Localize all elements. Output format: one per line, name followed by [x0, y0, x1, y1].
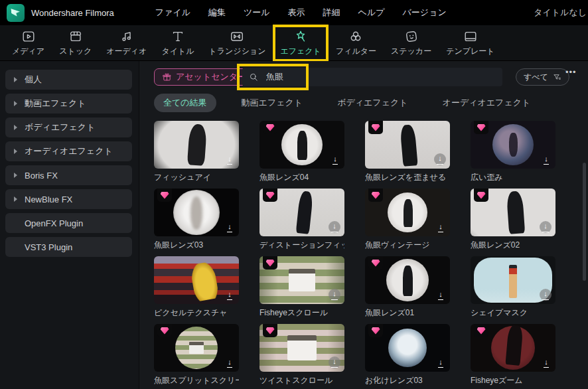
menu-tools[interactable]: ツール [244, 7, 270, 19]
menu-edit[interactable]: 編集 [208, 7, 226, 19]
premium-diamond-icon [474, 324, 488, 337]
tab-transition[interactable]: トランジション [204, 27, 271, 60]
effect-thumbnail[interactable] [259, 121, 344, 169]
download-icon[interactable] [540, 289, 551, 301]
effect-thumbnail[interactable] [365, 121, 450, 169]
tab-filter[interactable]: フィルター [331, 27, 382, 60]
effect-card[interactable]: お化けレンズ03 [365, 324, 450, 388]
download-icon[interactable] [330, 155, 340, 165]
effect-label: 魚眼レンズ02 [471, 240, 555, 251]
sidebar-item-personal[interactable]: 個人 [5, 70, 132, 90]
effect-label: フィッシュアイ [154, 172, 239, 183]
menu-file[interactable]: ファイル [155, 7, 190, 19]
effect-card[interactable]: 魚眼レンズ02 [471, 189, 555, 252]
effect-thumbnail[interactable] [154, 189, 239, 236]
download-icon[interactable] [329, 356, 340, 368]
effect-card[interactable]: Fisheyeスクロール [259, 256, 344, 320]
sidebar-item-audio-effects[interactable]: オーディオエフェクト [5, 141, 132, 161]
sidebar-item-vst3-plugin[interactable]: VST3 Plugin [5, 237, 132, 257]
result-tab-audio-effects[interactable]: オーディオエフェクト [433, 94, 540, 112]
effect-card[interactable]: フィッシュアイ [154, 121, 239, 185]
tab-media[interactable]: メディア [7, 27, 50, 60]
search-box[interactable] [242, 68, 502, 86]
effect-thumbnail[interactable] [471, 256, 555, 304]
download-icon[interactable] [329, 289, 340, 301]
tab-stock[interactable]: ストック [54, 27, 97, 60]
effect-card[interactable]: Fisheyeズーム [471, 324, 555, 388]
effect-thumbnail[interactable] [365, 189, 450, 236]
effect-thumbnail[interactable] [365, 324, 450, 372]
result-tab-video-effects[interactable]: 動画エフェクト [232, 94, 313, 112]
gift-box-icon [162, 72, 172, 82]
sidebar-item-video-effects[interactable]: 動画エフェクト [5, 94, 132, 114]
audio-icon [119, 29, 134, 44]
effect-card[interactable]: 魚眼レンズを歪ませる [365, 121, 450, 185]
download-icon[interactable] [540, 221, 551, 233]
effect-card[interactable]: ツイストスクロール [259, 324, 344, 388]
tab-template[interactable]: テンプレート [441, 27, 500, 60]
sidebar-item-body-effects[interactable]: ボディエフェクト [5, 117, 132, 137]
effect-thumbnail[interactable] [471, 121, 555, 169]
result-tab-body-effects[interactable]: ボディエフェクト [328, 94, 417, 112]
result-filter-tabs: 全ての結果 動画エフェクト ボディエフェクト オーディオエフェクト [154, 94, 540, 112]
premium-diamond-icon [368, 324, 383, 337]
effect-label: 魚眼ヴィンテージ [365, 240, 450, 251]
tab-effects[interactable]: エフェクト [275, 27, 326, 60]
download-icon[interactable] [224, 290, 235, 301]
premium-diamond-icon [157, 324, 172, 337]
effect-card[interactable]: 魚眼レンズ01 [365, 256, 450, 320]
download-icon[interactable] [435, 358, 446, 368]
asset-center-button[interactable]: アセットセンター [154, 68, 254, 86]
chevron-right-icon [14, 77, 17, 82]
effect-card[interactable]: ピクセルテクスチャ [154, 256, 239, 320]
download-icon[interactable] [435, 222, 446, 233]
effect-thumbnail[interactable] [154, 256, 239, 304]
effect-label: 魚眼レンズ03 [154, 240, 239, 251]
premium-diamond-icon [263, 189, 277, 202]
search-input[interactable] [265, 72, 496, 83]
menu-view[interactable]: 表示 [288, 7, 305, 19]
effect-card[interactable]: 魚眼レンズ03 [154, 189, 239, 252]
sidebar-item-openfx-plugin[interactable]: OpenFX Plugin [5, 213, 132, 233]
effect-card[interactable]: 広い歪み [471, 121, 555, 185]
sidebar-item-boris-fx[interactable]: Boris FX [5, 165, 132, 185]
effect-card[interactable]: シェイプマスク [471, 256, 555, 320]
sidebar-item-newblue-fx[interactable]: NewBlue FX [5, 189, 132, 209]
menu-details[interactable]: 詳細 [323, 7, 340, 19]
effect-thumbnail[interactable] [259, 256, 344, 304]
filmora-logo-icon [7, 4, 25, 22]
effect-thumbnail[interactable] [259, 189, 344, 236]
download-icon[interactable] [434, 153, 446, 165]
more-options-button[interactable]: ••• [565, 67, 577, 77]
effect-card[interactable]: 魚眼レンズ04 [259, 121, 344, 185]
effect-card[interactable]: ディストーションフィッシュア... [259, 189, 344, 252]
vertical-scrollbar[interactable] [583, 163, 586, 281]
download-icon[interactable] [224, 358, 235, 368]
filter-all-button[interactable]: すべて [516, 68, 569, 86]
download-icon[interactable] [224, 155, 235, 165]
effect-card[interactable]: 魚眼ヴィンテージ [365, 189, 450, 252]
effect-card[interactable]: 魚眼スプリットスクリーン [154, 324, 239, 388]
template-icon [463, 29, 478, 44]
result-tab-all[interactable]: 全ての結果 [154, 94, 216, 112]
menu-version[interactable]: バージョン [403, 7, 447, 19]
download-icon[interactable] [224, 222, 235, 233]
title-icon [171, 29, 185, 44]
download-icon[interactable] [541, 155, 551, 165]
effect-thumbnail[interactable] [154, 324, 239, 372]
tab-sticker[interactable]: ステッカー [386, 27, 437, 60]
effect-thumbnail[interactable] [259, 324, 344, 372]
effect-thumbnail[interactable] [471, 189, 555, 236]
chevron-right-icon [14, 101, 17, 106]
download-icon[interactable] [541, 358, 551, 368]
tab-title[interactable]: タイトル [156, 27, 199, 60]
menu-help[interactable]: ヘルプ [358, 7, 385, 19]
download-icon[interactable] [435, 290, 446, 301]
premium-diamond-icon [474, 189, 488, 202]
chevron-right-icon [14, 125, 17, 130]
effect-thumbnail[interactable] [154, 121, 239, 169]
effect-thumbnail[interactable] [365, 256, 450, 304]
tab-audio[interactable]: オーディオ [101, 27, 152, 60]
effect-thumbnail[interactable] [471, 324, 555, 372]
download-icon[interactable] [329, 221, 340, 233]
